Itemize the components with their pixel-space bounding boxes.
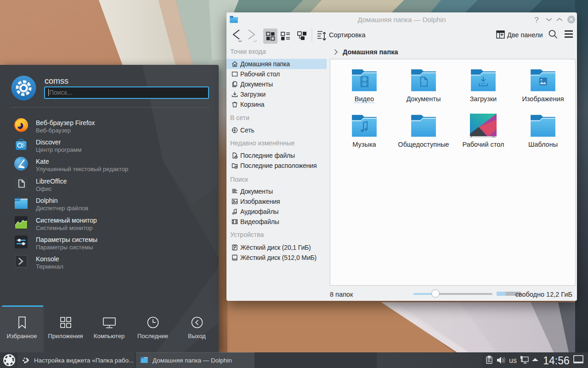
svg-text:Две панели: Две панели [507,31,543,39]
svg-text:us: us [509,356,517,364]
svg-text:Сортировка: Сортировка [329,31,366,39]
svg-text:?: ? [534,16,538,24]
